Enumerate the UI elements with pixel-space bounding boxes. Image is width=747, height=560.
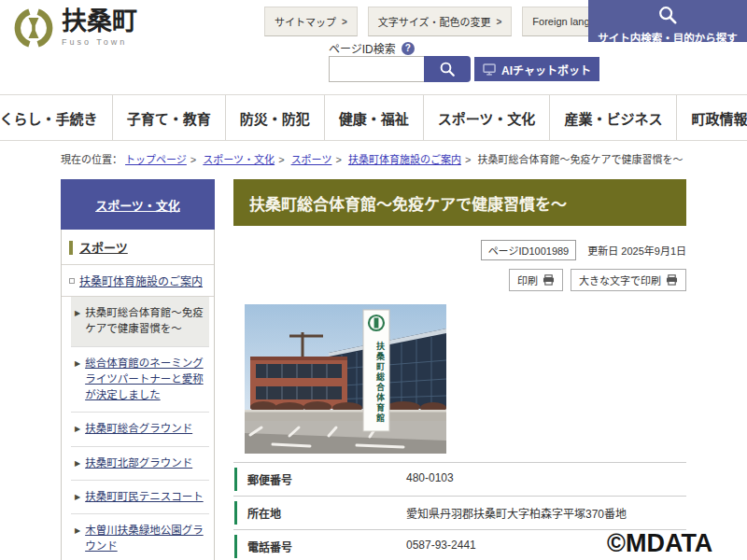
sidebar-category-link[interactable]: スポーツ・文化: [95, 196, 180, 214]
nav-bousai[interactable]: 防災・防犯: [225, 95, 324, 140]
help-icon[interactable]: ?: [402, 42, 415, 55]
sidebar-section-label[interactable]: スポーツ: [69, 241, 128, 255]
text-size-color-button[interactable]: 文字サイズ・配色の変更 >: [368, 7, 513, 36]
facility-photo: 扶桑町総合体育館: [245, 304, 446, 454]
sidebar-item-link[interactable]: 木曽川扶桑緑地公園グラウンド: [85, 523, 205, 555]
nav-kenkou[interactable]: 健康・福祉: [324, 95, 423, 140]
sidebar: スポーツ・文化 スポーツ 扶桑町体育施設のご案内 ▶ 扶桑町総合体育館～免疫ケア…: [61, 179, 215, 560]
arrow-bullet-icon: ▶: [75, 458, 80, 471]
page-id-badge: ページID1001989: [481, 240, 577, 260]
main-content: 扶桑町総合体育館～免疫ケアで健康習慣を～ ページID1001989 更新日 20…: [233, 179, 686, 560]
page-id-search-label: ページID検索: [329, 40, 396, 56]
row-value: 愛知県丹羽郡扶桑町大字柏森字平塚370番地: [406, 497, 686, 529]
print-large-label: 大きな文字で印刷: [579, 273, 661, 287]
arrow-bullet-icon: ▶: [75, 525, 80, 555]
print-large-button[interactable]: 大きな文字で印刷: [571, 269, 686, 291]
text-size-color-label: 文字サイズ・配色の変更: [378, 14, 491, 29]
sidebar-parent-item[interactable]: 扶桑町体育施設のご案内: [62, 265, 214, 297]
ai-chatbot-button[interactable]: AIチャットボット: [474, 57, 599, 81]
nav-kosodate[interactable]: 子育て・教育: [112, 95, 225, 140]
sidebar-item-sogo-taiikukan-current[interactable]: ▶ 扶桑町総合体育館～免疫ケアで健康習慣を～: [71, 297, 209, 347]
nav-sangyou[interactable]: 産業・ビジネス: [549, 95, 676, 140]
page-id-search-form: [329, 56, 471, 82]
updated-date: 更新日 2025年9月1日: [587, 243, 686, 258]
sidebar-menu: スポーツ 扶桑町体育施設のご案内 ▶ 扶桑町総合体育館～免疫ケアで健康習慣を～ …: [61, 230, 215, 560]
breadcrumb-prefix: 現在の位置：: [61, 154, 122, 165]
nav-chousei[interactable]: 町政情報: [676, 95, 747, 140]
search-icon: [657, 5, 678, 25]
facility-sign-text: 扶桑町総合体育館: [366, 335, 387, 430]
breadcrumb-current: 扶桑町総合体育館～免疫ケアで健康習慣を～: [477, 154, 683, 165]
page-id-search: ページID検索 ?: [329, 40, 415, 56]
printer-icon: [666, 274, 678, 286]
chevron-right-icon: >: [497, 17, 502, 27]
sidebar-item-ryokuchi-ground[interactable]: ▶ 木曽川扶桑緑地公園グラウンド: [71, 514, 209, 560]
arrow-bullet-icon: ▶: [75, 308, 80, 338]
fuso-town-logo-icon: [13, 7, 54, 49]
table-row: 所在地 愛知県丹羽郡扶桑町大字柏森字平塚370番地: [233, 496, 686, 529]
site-search-label: サイト内検索・目的から探す: [588, 30, 747, 45]
sidebar-parent-link[interactable]: 扶桑町体育施設のご案内: [79, 273, 203, 288]
row-label: 所在地: [233, 497, 406, 529]
breadcrumb-separator: >: [465, 154, 471, 165]
global-nav: くらし・手続き 子育て・教育 防災・防犯 健康・福祉 スポーツ・文化 産業・ビジ…: [0, 94, 747, 141]
sidebar-item-link[interactable]: 扶桑町町民テニスコート: [85, 489, 204, 505]
table-row: 郵便番号 480-0103: [233, 462, 686, 496]
print-label: 印刷: [517, 273, 538, 287]
breadcrumb-link-facilities[interactable]: 扶桑町体育施設のご案内: [348, 154, 461, 165]
nav-sports[interactable]: スポーツ・文化: [423, 95, 550, 140]
search-icon: [439, 61, 456, 77]
facility-photo-illustration: [245, 304, 446, 454]
breadcrumb-link-top[interactable]: トップページ: [125, 154, 187, 165]
sidebar-item-sogo-ground[interactable]: ▶ 扶桑町総合グラウンド: [71, 413, 209, 446]
site-title: 扶桑町: [62, 7, 137, 35]
print-actions: 印刷 大きな文字で印刷: [233, 269, 686, 291]
breadcrumb-separator: >: [278, 154, 284, 165]
sitemap-label: サイトマップ: [275, 14, 336, 29]
sidebar-section-sports[interactable]: スポーツ: [62, 230, 214, 265]
sidebar-item-tennis-court[interactable]: ▶ 扶桑町町民テニスコート: [71, 481, 209, 514]
chevron-right-icon: >: [342, 17, 347, 27]
chatbot-monitor-icon: [483, 63, 497, 76]
breadcrumb: 現在の位置： トップページ> スポーツ・文化> スポーツ> 扶桑町体育施設のご案…: [61, 151, 733, 166]
site-title-en: Fuso Town: [62, 37, 137, 47]
page-meta: ページID1001989 更新日 2025年9月1日: [233, 240, 686, 260]
sidebar-item-link[interactable]: 扶桑町総合グラウンド: [85, 421, 192, 437]
utility-buttons: サイトマップ > 文字サイズ・配色の変更 > Foreign language …: [264, 7, 634, 36]
site-search-menu-button[interactable]: サイト内検索・目的から探す: [588, 0, 747, 42]
ai-chatbot-label: AIチャットボット: [501, 62, 591, 77]
breadcrumb-link-sports[interactable]: スポーツ: [291, 154, 332, 165]
print-button[interactable]: 印刷: [509, 269, 563, 291]
site-logo[interactable]: 扶桑町 Fuso Town: [13, 7, 137, 49]
page-title: 扶桑町総合体育館～免疫ケアで健康習慣を～: [233, 179, 686, 226]
breadcrumb-separator: >: [190, 154, 196, 165]
arrow-bullet-icon: ▶: [75, 358, 80, 404]
row-label: 電話番号: [233, 530, 406, 560]
sidebar-sub-list: ▶ 扶桑町総合体育館～免疫ケアで健康習慣を～ ▶ 総合体育館のネーミングライツパ…: [71, 297, 209, 560]
page: 扶桑町 Fuso Town サイトマップ > 文字サイズ・配色の変更 > For…: [0, 0, 747, 560]
sidebar-item-link[interactable]: 扶桑町北部グラウンド: [85, 455, 192, 471]
sidebar-category-header[interactable]: スポーツ・文化: [61, 179, 215, 230]
row-value: 480-0103: [406, 463, 686, 496]
row-label: 郵便番号: [233, 463, 406, 496]
page-id-search-input[interactable]: [329, 56, 424, 82]
nav-kurashi[interactable]: くらし・手続き: [0, 95, 112, 140]
sitemap-button[interactable]: サイトマップ >: [264, 7, 358, 36]
breadcrumb-link-sports-culture[interactable]: スポーツ・文化: [203, 154, 275, 165]
printer-icon: [543, 274, 555, 286]
page-id-search-button[interactable]: [424, 56, 471, 82]
sidebar-item-naming-rights[interactable]: ▶ 総合体育館のネーミングライツパートナーと愛称が決定しました: [71, 347, 209, 413]
sidebar-item-link[interactable]: 総合体育館のネーミングライツパートナーと愛称が決定しました: [85, 356, 205, 404]
watermark: ©MDATA: [607, 529, 712, 558]
square-bullet-icon: [69, 278, 75, 284]
arrow-bullet-icon: ▶: [75, 424, 80, 437]
breadcrumb-separator: >: [335, 154, 341, 165]
arrow-bullet-icon: ▶: [75, 492, 80, 505]
sidebar-item-label: 扶桑町総合体育館～免疫ケアで健康習慣を～: [85, 305, 205, 338]
sidebar-item-hokubu-ground[interactable]: ▶ 扶桑町北部グラウンド: [71, 447, 209, 481]
